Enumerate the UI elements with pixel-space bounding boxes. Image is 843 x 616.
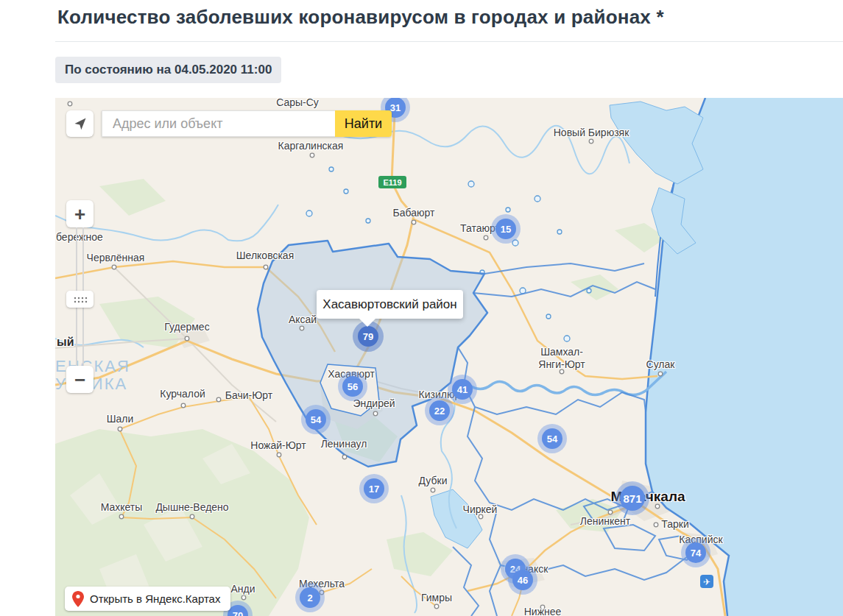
case-marker[interactable]: 56 [338, 372, 367, 401]
town-label: Гудермес [164, 321, 209, 333]
zoom-out-button[interactable]: − [66, 366, 94, 393]
town-label: Новый Бирюзяк [554, 127, 629, 138]
town-label: Ленинкент [580, 515, 630, 527]
town-label: Нижнее [524, 606, 562, 616]
geolocation-icon [72, 116, 88, 132]
case-marker[interactable]: 17 [359, 474, 389, 503]
svg-text:Е119: Е119 [383, 178, 401, 187]
town-label: Аксай [289, 314, 317, 325]
town-label: Тарки [661, 518, 688, 530]
zoom-in-button[interactable]: + [66, 200, 94, 227]
case-marker[interactable]: 54 [301, 405, 331, 434]
town-label: Ножай-Юрт [250, 439, 306, 451]
search-input[interactable] [102, 110, 335, 137]
case-marker[interactable]: 74 [681, 538, 710, 567]
district-tooltip: Хасавюртовский район [317, 290, 463, 319]
case-marker[interactable]: 871 [616, 481, 649, 515]
town-label: Янги-Юрт [538, 358, 585, 370]
map-pin-icon [72, 591, 84, 607]
svg-text:✈: ✈ [703, 577, 710, 587]
case-marker[interactable]: 15 [491, 214, 521, 244]
town-label: Гимры [421, 592, 452, 603]
town-label: Каргалинская [278, 140, 344, 152]
map-canvas[interactable]: Е119 ✈ [55, 98, 843, 616]
town-label: Сары-Су [276, 98, 319, 108]
road-badge: Е119 [378, 176, 406, 188]
case-marker[interactable]: 41 [448, 375, 477, 404]
town-label: Махкеты [101, 501, 143, 513]
town-label: Ленинаул [321, 438, 367, 450]
town-label: Чиркей [463, 503, 498, 515]
town-label: ый [57, 336, 74, 349]
town-label: Курчалой [160, 388, 205, 400]
case-marker[interactable]: 46 [508, 565, 537, 595]
ruler-button[interactable] [66, 291, 94, 308]
geolocation-button[interactable] [66, 110, 94, 137]
page-title: Количество заболевших коронавирусом в го… [57, 6, 664, 29]
divider [55, 41, 843, 42]
town-label: Шелковская [236, 249, 294, 261]
map-container[interactable]: Е119 ✈ Сары-Су Каргалинская Новый Бирюзя… [55, 98, 843, 616]
town-label: Бачи-Юрт [225, 389, 272, 401]
town-label: Сулак [646, 358, 675, 370]
town-label: Шамхал- [540, 346, 583, 358]
town-label: Бабаюрт [393, 207, 435, 219]
town-label: Шали [107, 413, 134, 425]
case-marker[interactable]: 2 [295, 583, 325, 612]
open-in-yandex-maps-button[interactable]: Открыть в Яндекс.Картах [65, 587, 230, 611]
town-label: Дышне-Ведено [155, 501, 228, 513]
town-label: Дубки [419, 475, 448, 486]
airport-icon: ✈ [700, 575, 713, 588]
status-badge: По состоянию на 04.05.2020 11:00 [55, 57, 281, 83]
town-label: Анди [230, 583, 255, 595]
open-button-label: Открыть в Яндекс.Картах [90, 592, 220, 605]
case-marker[interactable]: 22 [425, 396, 454, 425]
ruler-icon [73, 296, 88, 303]
search-bar: Найти [102, 110, 392, 137]
search-button[interactable]: Найти [335, 110, 392, 137]
case-marker[interactable]: 54 [537, 424, 567, 453]
town-label: Червлённая [87, 252, 145, 263]
